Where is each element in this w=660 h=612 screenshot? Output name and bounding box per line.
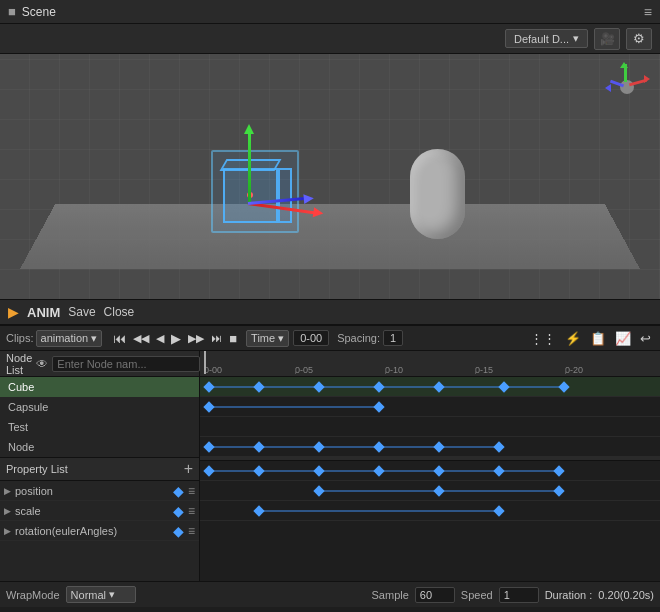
keyframe-diamond[interactable] xyxy=(553,485,564,496)
animation-dropdown[interactable]: animation ▾ xyxy=(36,330,103,347)
prop-menu-icon[interactable]: ≡ xyxy=(188,484,195,498)
timeline-row[interactable] xyxy=(200,501,660,521)
chevron-down-icon: ▾ xyxy=(91,332,97,345)
add-property-button[interactable]: + xyxy=(184,460,193,478)
keyframe-diamond[interactable] xyxy=(433,381,444,392)
eye-icon[interactable]: 👁 xyxy=(36,357,48,371)
keyframe-diamond[interactable] xyxy=(493,465,504,476)
keyframe-diamond[interactable] xyxy=(253,505,264,516)
bolt-icon-button[interactable]: ⚡ xyxy=(562,327,584,349)
expand-arrow-icon: ▶ xyxy=(4,506,11,516)
node-row[interactable]: Test xyxy=(0,417,199,437)
keyframe-diamond[interactable] xyxy=(253,465,264,476)
keyframe-diamond[interactable] xyxy=(373,381,384,392)
close-button[interactable]: Close xyxy=(104,305,135,319)
sample-input[interactable] xyxy=(415,587,455,603)
keyframe-diamond[interactable] xyxy=(493,505,504,516)
timeline-row[interactable] xyxy=(200,461,660,481)
prop-row[interactable]: ▶rotation(eulerAngles)◆≡ xyxy=(0,521,199,541)
speed-input[interactable] xyxy=(499,587,539,603)
scene-icon: ■ xyxy=(8,4,16,19)
anim-right-icons: ⋮⋮ ⚡ 📋 📈 ↩ xyxy=(527,327,654,349)
prop-menu-icon[interactable]: ≡ xyxy=(188,524,195,538)
prop-menu-icon[interactable]: ≡ xyxy=(188,504,195,518)
keyframe-diamond[interactable] xyxy=(498,381,509,392)
keyframe-diamond[interactable] xyxy=(313,381,324,392)
node-list-label: Node List xyxy=(6,352,32,376)
menu-icon[interactable]: ≡ xyxy=(644,4,652,20)
view-dropdown-label: Default D... xyxy=(514,33,569,45)
time-dropdown[interactable]: Time ▾ xyxy=(246,330,289,347)
sample-label: Sample xyxy=(372,589,409,601)
next-frame-button[interactable]: ▶▶ xyxy=(185,327,207,349)
keyframe-diamond[interactable] xyxy=(373,465,384,476)
keyframe-diamond[interactable] xyxy=(433,465,444,476)
keyframe-diamond[interactable] xyxy=(433,485,444,496)
spacing-value[interactable]: 1 xyxy=(383,330,403,346)
timeline-ruler: 0-000-050-100-150-20 xyxy=(200,351,660,377)
curve-icon-button[interactable]: 📈 xyxy=(612,327,634,349)
wrap-mode-label: WrapMode xyxy=(6,589,60,601)
capsule-object xyxy=(410,149,465,239)
ruler-tick xyxy=(565,368,566,374)
wrap-mode-dropdown[interactable]: Normal ▾ xyxy=(66,586,136,603)
ruler-tick xyxy=(385,368,386,374)
keyframe-diamond[interactable] xyxy=(313,465,324,476)
timeline-row[interactable] xyxy=(200,437,660,457)
keyframe-diamond[interactable] xyxy=(313,441,324,452)
left-panel: Node List 👁 CubeCapsuleTestNode Property… xyxy=(0,351,200,581)
time-value[interactable]: 0-00 xyxy=(293,330,329,346)
node-row[interactable]: Node xyxy=(0,437,199,457)
keyframe-diamond[interactable] xyxy=(373,401,384,412)
keyframe-diamond[interactable] xyxy=(253,441,264,452)
title-bar: ■ Scene ≡ xyxy=(0,0,660,24)
node-row[interactable]: Capsule xyxy=(0,397,199,417)
node-search-input[interactable] xyxy=(52,356,200,372)
property-list-label: Property List xyxy=(6,463,184,475)
keyframe-diamond[interactable] xyxy=(203,401,214,412)
skip-end-button[interactable]: ⏭ xyxy=(208,327,225,349)
dots-icon-button[interactable]: ⋮⋮ xyxy=(527,327,559,349)
keyframe-diamond[interactable] xyxy=(373,441,384,452)
timeline-row[interactable] xyxy=(200,397,660,417)
keyframe-diamond[interactable] xyxy=(203,381,214,392)
prev-frame-button[interactable]: ◀◀ xyxy=(130,327,152,349)
cursor-line xyxy=(204,351,206,374)
ruler-mark: 0-10 xyxy=(385,365,403,375)
prop-row[interactable]: ▶scale◆≡ xyxy=(0,501,199,521)
save-button[interactable]: Save xyxy=(68,305,95,319)
keyframe-diamond[interactable] xyxy=(253,381,264,392)
keyframe-diamond-icon: ◆ xyxy=(173,523,184,539)
keyframe-diamond[interactable] xyxy=(433,441,444,452)
keyframe-diamond[interactable] xyxy=(313,485,324,496)
prop-row[interactable]: ▶position◆≡ xyxy=(0,481,199,501)
bottom-bar: WrapMode Normal ▾ Sample Speed Duration … xyxy=(0,581,660,607)
view-dropdown[interactable]: Default D... ▾ xyxy=(505,29,588,48)
settings-btn[interactable]: ⚙ xyxy=(626,28,652,50)
keyframe-diamond[interactable] xyxy=(203,465,214,476)
timeline-row[interactable] xyxy=(200,481,660,501)
keyframe-diamond[interactable] xyxy=(493,441,504,452)
time-dropdown-label: Time xyxy=(251,332,275,344)
keyframe-diamond[interactable] xyxy=(558,381,569,392)
play-button[interactable]: ▶ xyxy=(168,327,184,349)
clipboard-icon-button[interactable]: 📋 xyxy=(587,327,609,349)
ruler-tick xyxy=(475,368,476,374)
timeline-row[interactable] xyxy=(200,417,660,437)
speed-label: Speed xyxy=(461,589,493,601)
stop-button[interactable]: ■ xyxy=(226,327,240,349)
play-reverse-button[interactable]: ◀ xyxy=(153,327,167,349)
anim-title-label: ANIM xyxy=(27,305,60,320)
undo-icon-button[interactable]: ↩ xyxy=(637,327,654,349)
prop-list-header: Property List + xyxy=(0,457,199,481)
skip-start-button[interactable]: ⏮ xyxy=(110,327,129,349)
keyframe-diamond[interactable] xyxy=(203,441,214,452)
camera-icon: 🎥 xyxy=(600,32,615,46)
wrap-mode-value: Normal xyxy=(71,589,106,601)
timeline-row[interactable] xyxy=(200,377,660,397)
keyframe-line xyxy=(259,510,499,512)
node-row[interactable]: Cube xyxy=(0,377,199,397)
keyframe-diamond[interactable] xyxy=(553,465,564,476)
camera-btn[interactable]: 🎥 xyxy=(594,28,620,50)
ruler-mark: 0-00 xyxy=(204,365,222,375)
